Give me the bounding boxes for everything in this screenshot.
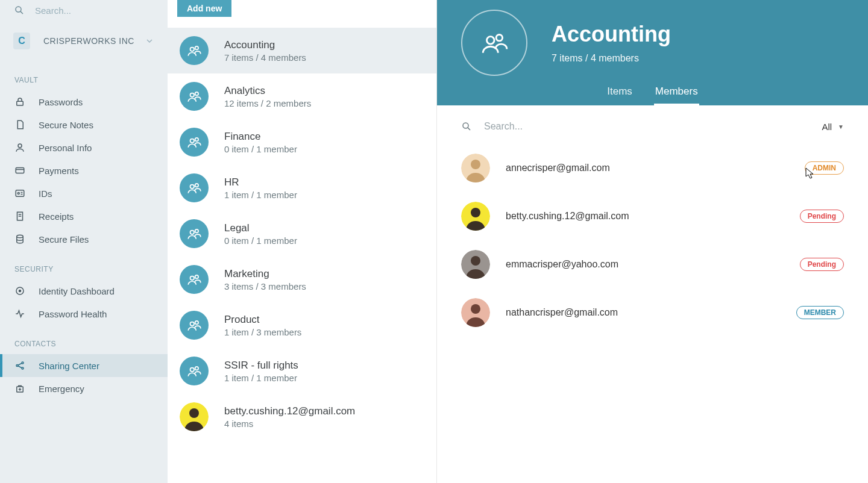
svg-point-53 (471, 304, 480, 314)
sidebar-item-label: IDs (39, 189, 52, 199)
member-row[interactable]: emmacrisper@yahoo.comPending (461, 240, 844, 288)
sidebar-item-passwords[interactable]: Passwords (0, 90, 168, 113)
sidebar-item-sharing-center[interactable]: Sharing Center (0, 354, 168, 377)
svg-rect-4 (16, 168, 24, 173)
svg-point-29 (195, 138, 198, 141)
member-search-input[interactable] (484, 121, 822, 132)
svg-point-44 (463, 123, 468, 128)
member-row[interactable]: betty.cushing.12@gmail.comPending (461, 192, 844, 240)
group-title: Marketing (224, 268, 306, 280)
group-subtitle: 1 item / 3 members (224, 327, 301, 337)
svg-point-31 (195, 184, 198, 187)
group-subtitle: 0 item / 1 member (224, 235, 297, 246)
shared-user-row[interactable]: betty.cushing.12@gmail.com4 items (168, 394, 436, 440)
org-name: CRISPERWORKS INC (43, 36, 145, 46)
sidebar-item-personal-info[interactable]: Personal Info (0, 136, 168, 159)
detail-title: Accounting (552, 22, 671, 47)
group-subtitle: 0 item / 1 member (224, 144, 297, 154)
group-subtitle: 12 items / 2 members (224, 98, 311, 108)
svg-line-45 (468, 128, 470, 130)
pulse-icon (13, 308, 27, 319)
group-icon (180, 219, 209, 248)
tab-items[interactable]: Items (606, 81, 634, 105)
group-row[interactable]: Analytics12 items / 2 members (168, 73, 436, 119)
svg-line-19 (18, 363, 22, 365)
group-large-icon (461, 10, 527, 76)
sidebar-item-identity-dashboard[interactable]: Identity Dashboard (0, 279, 168, 302)
member-filter[interactable]: All ▼ (822, 122, 844, 132)
svg-point-7 (17, 193, 19, 195)
search-input[interactable] (35, 5, 149, 16)
sidebar-item-label: Receipts (39, 211, 74, 222)
svg-point-38 (190, 368, 195, 372)
note-icon (13, 119, 27, 130)
member-email: betty.cushing.12@gmail.com (506, 211, 629, 222)
sidebar-item-label: Secure Notes (39, 120, 93, 130)
sidebar-item-secure-files[interactable]: Secure Files (0, 228, 168, 251)
section-security-label: SECURITY (0, 251, 168, 279)
group-row[interactable]: Product1 item / 3 members (168, 302, 436, 348)
group-icon (180, 82, 209, 111)
target-icon (13, 285, 27, 296)
svg-point-49 (471, 208, 480, 217)
svg-point-32 (190, 231, 195, 235)
group-title: HR (224, 176, 297, 189)
group-icon (180, 36, 209, 65)
org-selector[interactable]: C CRISPERWORKS INC (0, 23, 168, 61)
tab-members[interactable]: Members (654, 81, 699, 105)
shared-user-name: betty.cushing.12@gmail.com (224, 405, 355, 417)
sidebar-item-secure-notes[interactable]: Secure Notes (0, 113, 168, 136)
group-title: Analytics (224, 85, 311, 97)
sidebar-item-label: Personal Info (39, 143, 92, 153)
avatar (461, 202, 490, 231)
lock-icon (13, 96, 27, 107)
group-row[interactable]: Legal0 item / 1 member (168, 211, 436, 257)
group-icon (180, 128, 209, 157)
avatar (461, 250, 490, 279)
svg-rect-2 (17, 101, 24, 105)
sidebar-item-label: Identity Dashboard (39, 286, 115, 296)
svg-point-18 (22, 367, 24, 369)
svg-line-1 (20, 11, 23, 14)
sidebar: C CRISPERWORKS INC VAULT Passwords Secur… (0, 0, 168, 483)
person-icon (13, 142, 27, 153)
group-title: Legal (224, 222, 297, 234)
group-row[interactable]: Accounting7 items / 4 members (168, 28, 436, 73)
sidebar-item-ids[interactable]: IDs (0, 182, 168, 205)
shared-user-sub: 4 items (224, 419, 355, 429)
svg-line-20 (18, 366, 22, 368)
add-new-button[interactable]: Add new (177, 0, 231, 17)
svg-point-17 (22, 362, 24, 364)
group-row[interactable]: SSIR - full rights1 item / 1 member (168, 348, 436, 394)
sidebar-item-label: Payments (39, 166, 79, 176)
svg-point-15 (19, 290, 21, 292)
svg-point-24 (190, 48, 195, 52)
member-email: nathancrisper@gmail.com (506, 307, 618, 318)
svg-point-26 (190, 93, 195, 98)
svg-point-33 (195, 229, 198, 232)
detail-tabs: Items Members (461, 81, 844, 105)
card-icon (13, 165, 27, 176)
group-row[interactable]: HR1 item / 1 member (168, 165, 436, 211)
group-row[interactable]: Finance0 item / 1 member (168, 119, 436, 165)
member-row[interactable]: nathancrisper@gmail.comMEMBER (461, 288, 844, 337)
sidebar-item-payments[interactable]: Payments (0, 159, 168, 182)
svg-point-41 (189, 408, 199, 418)
sidebar-item-receipts[interactable]: Receipts (0, 205, 168, 228)
sidebar-item-emergency[interactable]: Emergency (0, 377, 168, 400)
svg-point-28 (190, 139, 195, 143)
chevron-down-icon (145, 36, 154, 46)
svg-point-51 (471, 256, 480, 266)
sidebar-item-label: Passwords (39, 97, 83, 107)
svg-point-13 (17, 235, 24, 238)
role-badge: ADMIN (805, 161, 844, 175)
group-row[interactable]: Marketing3 items / 3 members (168, 257, 436, 302)
role-badge: Pending (800, 210, 844, 223)
global-search[interactable] (0, 0, 168, 23)
sidebar-item-label: Sharing Center (39, 361, 99, 371)
group-icon (180, 357, 209, 385)
group-subtitle: 1 item / 1 member (224, 190, 297, 200)
database-icon (13, 234, 27, 245)
sidebar-item-password-health[interactable]: Password Health (0, 302, 168, 325)
member-row[interactable]: annecrisper@gmail.comADMIN (461, 144, 844, 192)
